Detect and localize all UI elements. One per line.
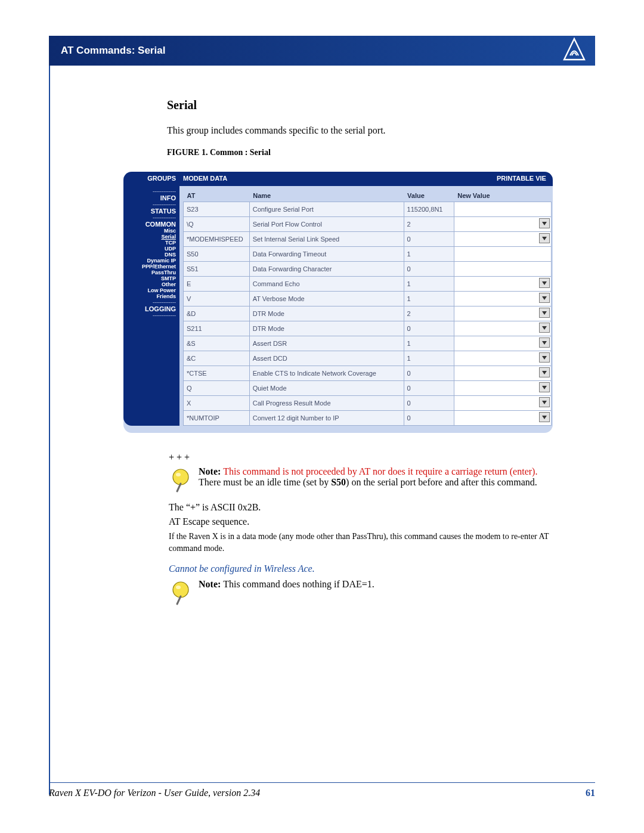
dropdown-arrow-icon[interactable] bbox=[539, 352, 550, 363]
figure-caption: FIGURE 1. Common : Serial bbox=[167, 148, 578, 157]
ss-nav-dynamicip[interactable]: Dynamic IP bbox=[123, 258, 176, 264]
footer-page: 61 bbox=[586, 788, 595, 798]
at-table: AT Name Value New Value S23Configure Ser… bbox=[183, 190, 552, 426]
footer-doc: Raven X EV-DO for Verizon - User Guide, … bbox=[49, 788, 260, 798]
cell-at: E bbox=[184, 277, 250, 292]
cell-newvalue[interactable] bbox=[454, 247, 551, 262]
cell-newvalue[interactable] bbox=[454, 306, 551, 321]
cell-at: &C bbox=[184, 351, 250, 366]
cell-newvalue[interactable] bbox=[454, 277, 551, 292]
cell-newvalue[interactable] bbox=[454, 321, 551, 336]
table-row: S50Data Forwarding Timeout1 bbox=[184, 247, 552, 262]
embedded-screenshot: GROUPS MODEM DATA PRINTABLE VIE --------… bbox=[123, 172, 553, 433]
table-row: *NUMTOIPConvert 12 digit Number to IP0 bbox=[184, 411, 552, 426]
cell-at: &D bbox=[184, 306, 250, 321]
cell-newvalue[interactable] bbox=[454, 381, 551, 396]
table-row: *MODEMHISPEEDSet Internal Serial Link Sp… bbox=[184, 232, 552, 247]
cell-name: Data Forwarding Character bbox=[249, 262, 404, 277]
section-intro: This group includes commands specific to… bbox=[167, 125, 578, 136]
cell-value: 1 bbox=[404, 247, 454, 262]
dropdown-arrow-icon[interactable] bbox=[539, 397, 550, 407]
pushpin-icon bbox=[169, 466, 193, 496]
plus-sequence: + + + bbox=[169, 452, 559, 463]
ss-nav-udp[interactable]: UDP bbox=[123, 246, 176, 252]
ss-groups-header: GROUPS bbox=[123, 172, 179, 186]
ss-nav-dns[interactable]: DNS bbox=[123, 252, 176, 258]
cell-name: AT Verbose Mode bbox=[249, 292, 404, 306]
cell-value: 1 bbox=[404, 277, 454, 292]
cell-name: Assert DSR bbox=[249, 336, 404, 351]
table-row: S51Data Forwarding Character0 bbox=[184, 262, 552, 277]
ss-nav-status[interactable]: STATUS bbox=[123, 208, 176, 215]
dropdown-arrow-icon[interactable] bbox=[539, 278, 550, 288]
dropdown-arrow-icon[interactable] bbox=[539, 218, 550, 228]
ss-nav-common[interactable]: COMMON bbox=[123, 221, 176, 228]
dropdown-arrow-icon[interactable] bbox=[539, 382, 550, 392]
ss-nav-info[interactable]: INFO bbox=[123, 194, 176, 202]
dropdown-arrow-icon[interactable] bbox=[539, 323, 550, 333]
ss-nav-logging[interactable]: LOGGING bbox=[123, 305, 176, 312]
cell-at: *NUMTOIP bbox=[184, 411, 250, 426]
col-new: New Value bbox=[454, 190, 551, 202]
dropdown-arrow-icon[interactable] bbox=[539, 412, 550, 422]
note2-bold: Note: bbox=[199, 579, 223, 589]
cell-newvalue[interactable] bbox=[454, 351, 551, 366]
dropdown-arrow-icon[interactable] bbox=[539, 367, 550, 377]
cell-name: DTR Mode bbox=[249, 306, 404, 321]
cell-newvalue[interactable] bbox=[454, 366, 551, 381]
figure-label: FIGURE 1. bbox=[167, 148, 208, 157]
col-at: AT bbox=[184, 190, 250, 202]
cell-at: *CTSE bbox=[184, 366, 250, 381]
ss-nav-lowpower[interactable]: Low Power bbox=[123, 287, 176, 293]
cell-at: S50 bbox=[184, 247, 250, 262]
cell-newvalue[interactable] bbox=[454, 336, 551, 351]
ss-nav-other[interactable]: Other bbox=[123, 281, 176, 287]
dropdown-arrow-icon[interactable] bbox=[539, 233, 550, 243]
svg-point-2 bbox=[173, 582, 188, 597]
cell-newvalue[interactable] bbox=[454, 217, 551, 232]
cell-value: 1 bbox=[404, 336, 454, 351]
table-row: &DDTR Mode2 bbox=[184, 306, 552, 321]
ss-nav-misc[interactable]: Misc bbox=[123, 228, 176, 234]
cell-at: S23 bbox=[184, 202, 250, 217]
cell-newvalue[interactable] bbox=[454, 202, 551, 217]
dropdown-arrow-icon[interactable] bbox=[539, 308, 550, 318]
cell-value: 0 bbox=[404, 366, 454, 381]
content-region: Serial This group includes commands spec… bbox=[167, 98, 578, 162]
table-row: VAT Verbose Mode1 bbox=[184, 292, 552, 306]
cell-name: Quiet Mode bbox=[249, 381, 404, 396]
cell-newvalue[interactable] bbox=[454, 292, 551, 306]
cell-at: &S bbox=[184, 336, 250, 351]
svg-point-1 bbox=[176, 473, 181, 476]
cell-at: *MODEMHISPEED bbox=[184, 232, 250, 247]
cell-value: 1 bbox=[404, 292, 454, 306]
pushpin-icon bbox=[169, 579, 193, 609]
cell-newvalue[interactable] bbox=[454, 396, 551, 411]
col-value: Value bbox=[404, 190, 454, 202]
cell-value: 2 bbox=[404, 217, 454, 232]
cannot-configure: Cannot be configured in Wireless Ace. bbox=[169, 563, 559, 574]
cell-value: 0 bbox=[404, 262, 454, 277]
cell-newvalue[interactable] bbox=[454, 262, 551, 277]
ss-nav-serial[interactable]: Serial bbox=[123, 234, 176, 240]
ss-nav-smtp[interactable]: SMTP bbox=[123, 275, 176, 281]
cell-at: \Q bbox=[184, 217, 250, 232]
cell-name: Enable CTS to Indicate Network Coverage bbox=[249, 366, 404, 381]
dropdown-arrow-icon[interactable] bbox=[539, 337, 550, 348]
ss-printable-header: PRINTABLE VIE bbox=[497, 172, 553, 186]
dropdown-arrow-icon[interactable] bbox=[539, 293, 550, 303]
table-row: &SAssert DSR1 bbox=[184, 336, 552, 351]
ss-nav-ppp[interactable]: PPP/Ethernet bbox=[123, 264, 176, 270]
cell-name: Serial Port Flow Control bbox=[249, 217, 404, 232]
note2-text: This command does nothing if DAE=1. bbox=[223, 579, 374, 589]
ss-nav-friends[interactable]: Friends bbox=[123, 293, 176, 299]
cell-at: Q bbox=[184, 381, 250, 396]
cell-value: 0 bbox=[404, 411, 454, 426]
post-figure-text: + + + Note: This command is not proceede… bbox=[169, 452, 559, 615]
cell-newvalue[interactable] bbox=[454, 411, 551, 426]
cell-name: Configure Serial Port bbox=[249, 202, 404, 217]
note1-s50: S50 bbox=[331, 477, 346, 487]
cell-newvalue[interactable] bbox=[454, 232, 551, 247]
ss-nav-tcp[interactable]: TCP bbox=[123, 240, 176, 246]
ss-nav-passthru[interactable]: PassThru bbox=[123, 270, 176, 275]
